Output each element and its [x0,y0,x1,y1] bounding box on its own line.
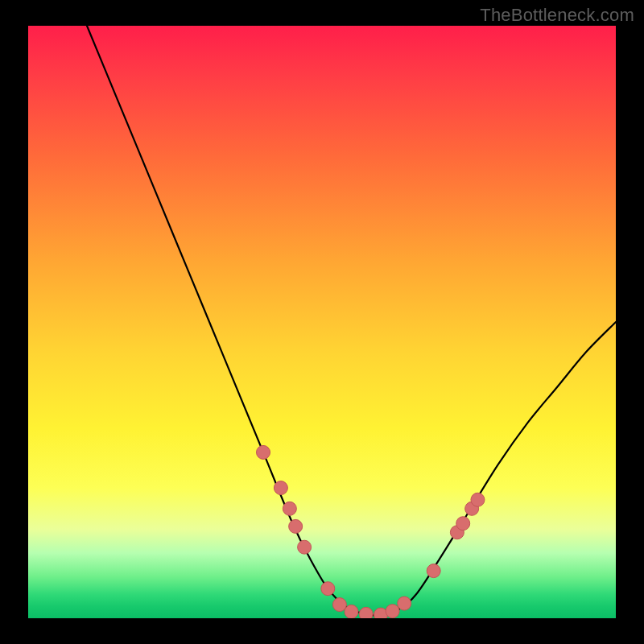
data-marker [283,502,296,515]
brand-watermark: TheBottleneck.com [480,5,634,26]
data-marker [359,607,373,618]
data-marker [274,481,287,495]
data-marker [257,445,270,459]
data-marker [427,564,440,578]
data-marker [471,493,485,506]
data-marker [456,517,470,530]
data-marker [289,519,303,533]
data-marker [345,605,358,618]
chart-svg [28,26,616,618]
chart-plot-area [28,26,616,618]
data-marker [298,540,312,554]
data-marker [386,605,399,618]
curve-line [87,26,616,616]
data-marker [321,582,335,596]
chart-frame: TheBottleneck.com [0,0,644,644]
data-marker [398,597,411,610]
data-marker [332,598,346,612]
